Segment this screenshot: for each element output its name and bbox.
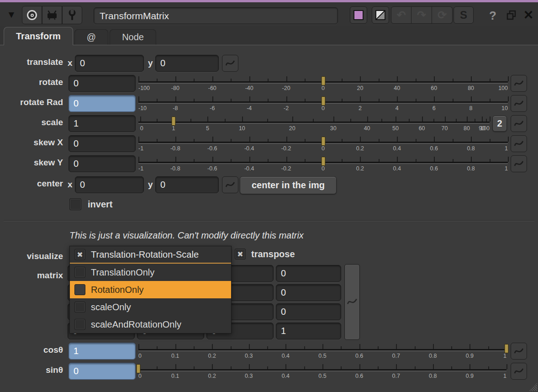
script-button[interactable]: S [454,6,474,24]
tick-label: 20 [357,85,363,91]
option-checkbox[interactable] [74,284,85,295]
scale-slider[interactable]: 015102030405060708090100 [138,115,490,135]
tick-mark [451,366,452,369]
node-name-input[interactable] [94,7,338,24]
channel-display-button[interactable] [372,6,389,24]
slider-handle[interactable] [321,76,325,85]
rotate-slider[interactable]: -100-80-60-40-20020406080100 [138,75,508,95]
option-checkbox[interactable] [74,319,85,330]
matrix-cell-1-3[interactable] [276,284,341,301]
center-x-input[interactable] [75,176,144,193]
slider-handle[interactable] [137,364,141,373]
tab-node[interactable]: Node [110,29,156,45]
settings-button[interactable] [62,6,82,24]
matrix-label: matrix [0,270,63,281]
skew-x-animation-curve-button[interactable] [511,135,527,152]
rotate-input[interactable] [69,75,136,92]
translate-animation-curve-button[interactable] [222,55,238,72]
slider-handle[interactable] [321,157,325,166]
sin-theta-animation-curve-button[interactable] [511,363,527,380]
slider-track[interactable] [138,349,506,350]
skew-y-slider[interactable]: -1-0.8-0.6-0.4-0.200.20.40.60.81 [138,155,508,175]
float-window-button[interactable] [505,9,518,22]
center-y-label: y [148,180,153,190]
slider-handle[interactable] [321,137,325,146]
tick-mark [157,346,158,349]
slider-handle[interactable] [505,344,509,353]
tick-mark [268,159,269,162]
close-button[interactable]: ✕ [521,8,536,22]
option-scale-only[interactable]: scaleOnly [70,298,231,316]
skew-x-slider[interactable]: -1-0.8-0.6-0.4-0.200.20.40.60.81 [138,135,508,155]
tick-mark [471,157,472,162]
visualize-selected-option[interactable]: ✖ Translation-Rotation-Scale [70,246,231,264]
scale-exponent-button[interactable]: 2 [492,116,507,132]
matrix-cell-2-3[interactable] [276,303,341,320]
node-menu-button[interactable]: ▼ [5,8,18,21]
tick-label: 0 [322,145,325,152]
slider-track[interactable] [138,122,490,123]
center-in-image-button[interactable]: center in the img [240,176,337,194]
transpose-checkbox[interactable]: ✖ [235,249,246,260]
slider-handle[interactable] [171,117,175,126]
matrix-cell-0-3[interactable] [276,265,341,282]
option-checkbox[interactable] [74,302,85,313]
redo-button[interactable]: ↷ [411,6,432,24]
rotate-rad-slider[interactable]: -10-8-6-4-20246810 [138,95,508,115]
tick-mark [305,79,306,81]
tab-at[interactable]: @ [74,29,108,45]
node-color-button[interactable] [350,6,367,24]
translate-x-label: x [68,58,73,68]
tick-mark [268,79,269,81]
tab-transform[interactable]: Transform [4,27,73,45]
option-scale-and-rotation-only[interactable]: scaleAndRotationOnly [70,316,231,333]
translate-y-input[interactable] [155,55,219,72]
option-translation-only[interactable]: TranslationOnly [70,264,231,281]
rotate-rad-animation-curve-button[interactable] [511,95,527,112]
cos-theta-input[interactable] [69,343,136,360]
tick-label: 0.8 [429,353,437,359]
slider-handle[interactable] [321,96,325,106]
scale-input[interactable] [69,115,136,132]
monitor-button[interactable] [42,6,62,24]
cos-theta-slider[interactable]: 00.10.20.30.40.50.60.70.80.91 [138,343,506,363]
tick-label: -0.6 [207,165,217,172]
skew-y-label: skew Y [0,158,63,168]
scale-animation-curve-button[interactable] [511,115,527,132]
tick-mark [305,159,306,162]
tick-mark [231,366,232,369]
matrix-cell-3-3[interactable] [276,323,341,339]
skew-y-animation-curve-button[interactable] [511,155,527,172]
skew-y-input[interactable] [69,155,136,172]
translate-x-input[interactable] [75,55,144,72]
invert-checkbox[interactable] [69,198,81,210]
tick-label: -10 [138,105,147,111]
tick-mark [285,344,286,349]
sin-theta-slider[interactable]: 00.10.20.30.40.50.60.70.80.91 [138,363,506,383]
sin-theta-input[interactable] [69,363,136,380]
skew-x-input[interactable] [69,135,136,152]
tick-label: -0.8 [170,145,180,152]
matrix-animation-curve-button[interactable] [344,264,360,340]
revert-button[interactable]: ⟳ [432,6,453,24]
center-y-input[interactable] [155,176,219,193]
scale-label: scale [0,117,63,127]
tick-mark [453,139,454,142]
center-node-button[interactable] [22,6,42,24]
rotate-rad-input[interactable] [69,95,136,112]
tick-mark [157,139,158,142]
selected-option-checkbox[interactable]: ✖ [74,249,85,260]
color-swatch-icon [353,10,364,20]
rotate-animation-curve-button[interactable] [511,75,527,92]
tick-mark [157,159,158,162]
option-checkbox[interactable] [74,267,85,278]
tick-label: 0.6 [430,165,438,172]
target-icon [27,10,37,20]
slider-track[interactable] [138,369,506,371]
tick-mark [490,159,491,162]
undo-button[interactable]: ↶ [391,6,411,24]
help-button[interactable]: ? [485,8,501,23]
cos-theta-animation-curve-button[interactable] [511,343,527,360]
option-rotation-only[interactable]: RotationOnly [70,281,231,298]
center-animation-curve-button[interactable] [222,176,238,193]
